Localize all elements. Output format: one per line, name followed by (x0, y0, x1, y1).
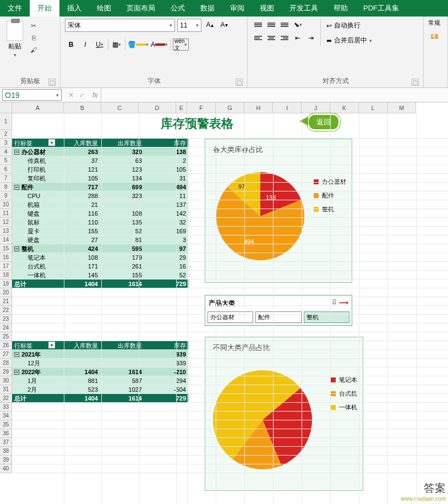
tab-home[interactable]: 开始 (30, 0, 59, 17)
align-left-icon[interactable] (252, 33, 264, 43)
merge-center-button[interactable]: ⬌合并后居中▾ (324, 35, 374, 46)
col-header[interactable]: D (139, 102, 176, 113)
row-header[interactable]: 1 (0, 113, 12, 130)
dialog-launcher-icon[interactable]: ▢ (236, 79, 243, 86)
bold-button[interactable]: B (65, 39, 77, 51)
row-header[interactable]: 17 (0, 262, 12, 271)
copy-icon[interactable]: ⎘ (29, 33, 39, 43)
tab-data[interactable]: 数据 (193, 0, 222, 17)
tab-dev[interactable]: 开发工具 (282, 0, 326, 17)
row-header[interactable]: 31 (0, 385, 12, 394)
increase-indent-icon[interactable]: ⇥ (305, 33, 317, 43)
paste-button[interactable]: 粘贴 ▾ (4, 19, 25, 60)
col-header[interactable]: A (12, 102, 64, 113)
dialog-launcher-icon[interactable]: ▢ (412, 79, 419, 86)
dialog-launcher-icon[interactable]: ▢ (48, 79, 56, 86)
tab-review[interactable]: 审阅 (222, 0, 252, 17)
tab-formula[interactable]: 公式 (163, 0, 193, 17)
row-header[interactable]: 16 (0, 253, 12, 262)
row-header[interactable]: 14 (0, 235, 12, 244)
align-right-icon[interactable] (278, 33, 291, 43)
font-color-button[interactable]: A▾ (151, 39, 168, 51)
enter-icon[interactable]: ✓ (79, 91, 85, 99)
cancel-icon[interactable]: ✕ (68, 91, 74, 99)
col-header[interactable]: K (330, 102, 359, 113)
font-name-select[interactable]: 宋体▾ (65, 19, 175, 32)
row-header[interactable]: 34 (0, 412, 12, 420)
col-header[interactable]: F (187, 102, 216, 113)
font-size-select[interactable]: 11▾ (177, 19, 201, 32)
row-header[interactable]: 39 (0, 456, 12, 464)
tab-view[interactable]: 视图 (252, 0, 282, 17)
tab-draw[interactable]: 绘图 (89, 0, 119, 17)
row-header[interactable]: 26 (0, 341, 12, 350)
tab-file[interactable]: 文件 (0, 0, 30, 17)
row-header[interactable]: 9 (0, 191, 12, 200)
tab-layout[interactable]: 页面布局 (119, 0, 163, 17)
phonetic-button[interactable]: wén文▾ (173, 39, 189, 51)
row-header[interactable]: 22 (0, 306, 12, 315)
row-header[interactable]: 27 (0, 350, 12, 359)
col-header[interactable]: C (101, 102, 139, 113)
align-center-icon[interactable] (265, 33, 277, 43)
row-header[interactable]: 38 (0, 447, 12, 456)
col-header[interactable]: E (176, 102, 187, 113)
tab-insert[interactable]: 插入 (59, 0, 89, 17)
row-header[interactable]: 7 (0, 174, 12, 183)
decrease-font-icon[interactable]: A▾ (218, 19, 230, 31)
format-painter-icon[interactable]: 🖌 (29, 45, 39, 55)
col-header[interactable]: L (359, 102, 387, 113)
col-header[interactable]: J (302, 102, 330, 113)
row-header[interactable]: 13 (0, 227, 12, 235)
fx-icon[interactable]: fx (89, 88, 101, 102)
row-header[interactable]: 18 (0, 271, 12, 280)
row-header[interactable]: 23 (0, 315, 12, 324)
orientation-icon[interactable]: ⬊▾ (292, 20, 304, 30)
row-header[interactable]: 28 (0, 359, 12, 368)
cut-icon[interactable]: ✂ (29, 21, 39, 31)
row-header[interactable]: 32 (0, 394, 12, 403)
col-header[interactable]: I (273, 102, 302, 113)
row-header[interactable]: 19 (0, 280, 12, 288)
row-header[interactable]: 5 (0, 156, 12, 165)
fill-color-button[interactable]: 🪣▾ (128, 39, 149, 51)
row-header[interactable]: 24 (0, 324, 12, 332)
increase-font-icon[interactable]: A▴ (204, 19, 216, 31)
row-header[interactable]: 35 (0, 420, 12, 429)
row-header[interactable]: 8 (0, 183, 12, 191)
row-header[interactable]: 2 (0, 130, 12, 139)
row-header[interactable]: 6 (0, 165, 12, 174)
align-top-icon[interactable] (252, 20, 264, 30)
col-header[interactable]: G (216, 102, 244, 113)
wrap-text-button[interactable]: ↩自动换行 (324, 20, 374, 31)
row-header[interactable]: 33 (0, 403, 12, 412)
row-header[interactable]: 36 (0, 429, 12, 438)
col-header[interactable]: B (64, 102, 101, 113)
col-header[interactable]: M (387, 102, 416, 113)
name-box[interactable]: O19▾ (2, 89, 62, 101)
border-button[interactable]: ▦▾ (111, 39, 123, 51)
col-header[interactable]: H (244, 102, 273, 113)
italic-button[interactable]: I (79, 39, 91, 51)
row-header[interactable]: 21 (0, 297, 12, 306)
worksheet[interactable]: ABCDEFGHIJKLM 12345678910111213141516171… (0, 102, 448, 504)
decrease-indent-icon[interactable]: ⇤ (292, 33, 304, 43)
row-header[interactable]: 11 (0, 209, 12, 218)
row-header[interactable]: 29 (0, 368, 12, 376)
row-header[interactable]: 3 (0, 139, 12, 147)
row-header[interactable]: 10 (0, 200, 12, 209)
align-middle-icon[interactable] (265, 20, 277, 30)
row-header[interactable]: 12 (0, 218, 12, 227)
row-header[interactable]: 40 (0, 464, 12, 473)
tab-pdf[interactable]: PDF工具集 (356, 0, 407, 17)
row-header[interactable]: 15 (0, 244, 12, 253)
row-header[interactable]: 37 (0, 438, 12, 447)
select-all-corner[interactable] (0, 102, 12, 113)
return-button[interactable]: 返回 (307, 113, 340, 131)
tab-help[interactable]: 帮助 (326, 0, 356, 17)
row-header[interactable]: 30 (0, 376, 12, 385)
formula-input[interactable] (101, 88, 448, 102)
row-header[interactable]: 4 (0, 147, 12, 156)
underline-button[interactable]: U▾ (94, 39, 106, 51)
number-format-select[interactable]: 常规 (428, 19, 440, 27)
